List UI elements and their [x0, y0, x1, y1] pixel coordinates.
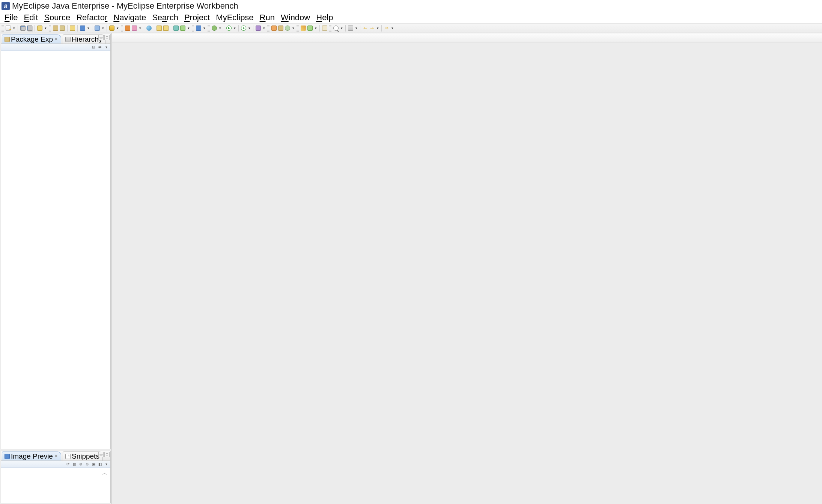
- export-button[interactable]: [163, 25, 169, 31]
- validate-button[interactable]: [173, 25, 179, 31]
- validate-dropdown[interactable]: ▾: [187, 25, 190, 31]
- search-button[interactable]: [333, 25, 339, 31]
- server-button[interactable]: [94, 25, 100, 31]
- new-package-button[interactable]: [278, 25, 284, 31]
- preview-zoom-in-button[interactable]: ⊕: [78, 462, 83, 467]
- collapse-chevron-icon[interactable]: ︿: [102, 470, 107, 477]
- run-external-dropdown[interactable]: ▾: [247, 25, 251, 31]
- wizard-dropdown[interactable]: ▾: [314, 25, 318, 31]
- save-button[interactable]: [20, 25, 26, 31]
- new-java-dropdown[interactable]: ▾: [291, 25, 295, 31]
- toolbar-grip-2[interactable]: [49, 25, 51, 32]
- back-button[interactable]: ⇐: [362, 25, 368, 31]
- history-dropdown[interactable]: ▾: [376, 25, 379, 31]
- derby-dropdown[interactable]: ▾: [116, 25, 119, 31]
- server-dropdown[interactable]: ▾: [101, 25, 105, 31]
- new-interface-button[interactable]: [285, 25, 291, 31]
- uml-class-button[interactable]: [125, 25, 131, 31]
- menu-navigate[interactable]: Navigate: [110, 12, 149, 23]
- last-edit-dropdown[interactable]: ▾: [390, 25, 394, 31]
- new-button[interactable]: [5, 25, 11, 31]
- package-explorer-icon: [5, 37, 10, 42]
- image-preview-body[interactable]: ︿: [1, 468, 110, 503]
- menu-source[interactable]: Source: [41, 12, 73, 23]
- toolbar-grip-7[interactable]: [297, 25, 299, 32]
- deploy-dropdown[interactable]: ▾: [86, 25, 90, 31]
- derby-button[interactable]: [109, 25, 115, 31]
- new-class-button[interactable]: [271, 25, 277, 31]
- new-project-dropdown[interactable]: ▾: [44, 25, 47, 31]
- preview-original-button[interactable]: ◧: [97, 462, 102, 467]
- profile-button[interactable]: [255, 25, 261, 31]
- menu-run[interactable]: Run: [257, 12, 278, 23]
- app-icon: 8: [2, 2, 10, 10]
- toolbar-grip-3[interactable]: [121, 25, 123, 32]
- title-bar: 8 MyEclipse Java Enterprise - MyEclipse …: [0, 0, 822, 12]
- preview-fit-button[interactable]: ▣: [91, 462, 96, 467]
- toolbar-grip-5[interactable]: [208, 25, 210, 32]
- toolbar-grip-6[interactable]: [267, 25, 269, 32]
- save-all-button[interactable]: [27, 25, 33, 31]
- preview-zoom-out-button[interactable]: ⊖: [84, 462, 90, 467]
- toolbar-grip[interactable]: [2, 25, 4, 32]
- editor-tabstrip[interactable]: [112, 33, 822, 42]
- link-editor-button[interactable]: ⇄: [97, 45, 102, 50]
- forward-button[interactable]: ⇒: [369, 25, 375, 31]
- package-explorer-view: Package Exp ✕ Hierarchy ▭ □ ⊟ ⇄ ▾: [1, 34, 111, 449]
- view-menu-button[interactable]: ▾: [104, 45, 109, 50]
- tab-package-explorer-close-icon[interactable]: ✕: [54, 37, 58, 42]
- package-explorer-body[interactable]: [1, 51, 110, 449]
- menu-project[interactable]: Project: [181, 12, 213, 23]
- menu-window[interactable]: Window: [278, 12, 313, 23]
- menu-search[interactable]: Search: [149, 12, 181, 23]
- wizard2-button[interactable]: [307, 25, 313, 31]
- db-button[interactable]: [196, 25, 202, 31]
- db-dropdown[interactable]: ▾: [202, 25, 206, 31]
- package-explorer-toolbar: ⊟ ⇄ ▾: [1, 44, 110, 51]
- deploy-button[interactable]: [80, 25, 86, 31]
- menu-edit[interactable]: Edit: [21, 12, 41, 23]
- menu-refactor[interactable]: Refactor: [73, 12, 110, 23]
- wizard-button[interactable]: [300, 25, 306, 31]
- view-maximize-button[interactable]: □: [104, 35, 110, 40]
- profile-dropdown[interactable]: ▾: [262, 25, 266, 31]
- task-button[interactable]: [322, 25, 328, 31]
- run-external-button[interactable]: [241, 25, 247, 31]
- menu-help[interactable]: Help: [313, 12, 336, 23]
- tab-snippets-label: Snippets: [72, 452, 99, 460]
- menu-file[interactable]: File: [2, 12, 21, 23]
- format-button[interactable]: [180, 25, 186, 31]
- import-button[interactable]: [156, 25, 162, 31]
- open-package-button[interactable]: [53, 25, 59, 31]
- open-type-button[interactable]: [69, 25, 75, 31]
- toolbar-grip-4[interactable]: [192, 25, 194, 32]
- last-edit-button[interactable]: ⇨: [384, 25, 390, 31]
- menu-myeclipse[interactable]: MyEclipse: [213, 12, 256, 23]
- view-maximize-button-2[interactable]: □: [104, 452, 110, 457]
- preview-gallery-button[interactable]: ▦: [72, 462, 77, 467]
- uml-dropdown[interactable]: ▾: [138, 25, 142, 31]
- open-jar-button[interactable]: [59, 25, 65, 31]
- left-bottom-tabstrip: Image Previe ✕ Snippets ▭ □: [1, 451, 110, 461]
- run-dropdown[interactable]: ▾: [233, 25, 236, 31]
- debug-button[interactable]: [211, 25, 217, 31]
- run-button[interactable]: [226, 25, 232, 31]
- tab-snippets[interactable]: Snippets: [63, 452, 103, 460]
- tab-package-explorer[interactable]: Package Exp ✕: [2, 34, 61, 44]
- preview-refresh-button[interactable]: ⟳: [65, 462, 71, 467]
- debug-dropdown[interactable]: ▾: [218, 25, 222, 31]
- tab-image-preview[interactable]: Image Previe ✕: [2, 452, 61, 460]
- new-dropdown[interactable]: ▾: [12, 25, 16, 31]
- view-minimize-button-2[interactable]: ▭: [98, 452, 104, 457]
- annotate-dropdown[interactable]: ▾: [354, 25, 358, 31]
- toolbar-grip-8[interactable]: [329, 25, 331, 32]
- collapse-all-button[interactable]: ⊟: [91, 45, 96, 50]
- new-project-button[interactable]: [37, 25, 43, 31]
- uml-seq-button[interactable]: [131, 25, 137, 31]
- browser-button[interactable]: [146, 25, 152, 31]
- preview-menu-button[interactable]: ▾: [104, 462, 109, 467]
- tab-image-preview-close-icon[interactable]: ✕: [54, 454, 58, 459]
- view-minimize-button[interactable]: ▭: [98, 35, 104, 40]
- annotate-button[interactable]: [348, 25, 354, 31]
- search-dropdown[interactable]: ▾: [340, 25, 343, 31]
